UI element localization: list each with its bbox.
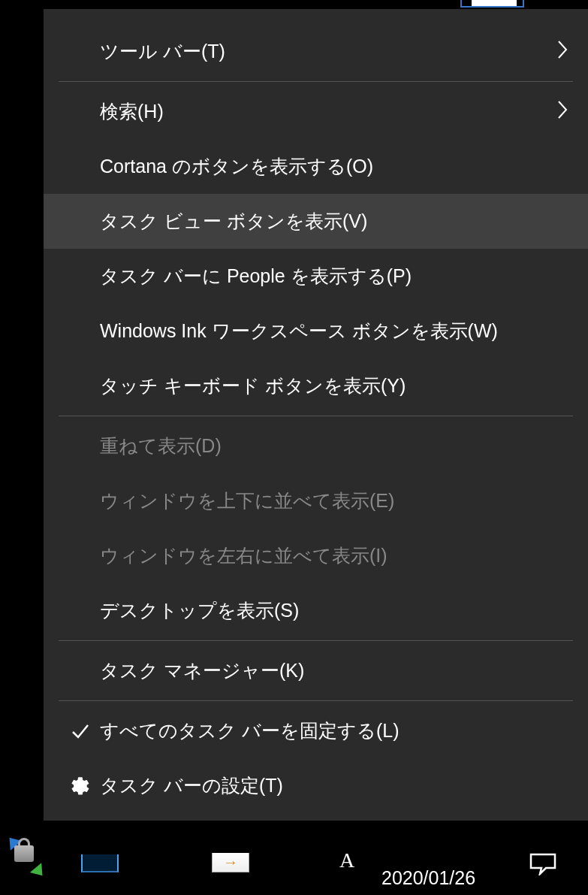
menu-label-people: タスク バーに People を表示する(P) — [100, 264, 569, 289]
taskbar-context-menu: ツール バー(T) 検索(H) Cortana のボタンを表示する(O) タスク… — [44, 9, 588, 821]
menu-item-settings[interactable]: タスク バーの設定(T) — [44, 758, 588, 813]
menu-label-sidebyside: ウィンドウを左右に並べて表示(I) — [100, 543, 569, 568]
menu-item-stacked: ウィンドウを上下に並べて表示(E) — [44, 473, 588, 528]
menu-label-taskmgr: タスク マネージャー(K) — [100, 658, 569, 683]
menu-label-lock: すべてのタスク バーを固定する(L) — [100, 718, 569, 743]
taskbar-app-font-icon[interactable]: A — [339, 848, 354, 872]
check-icon — [70, 721, 100, 742]
menu-item-ink[interactable]: Windows Ink ワークスペース ボタンを表示(W) — [44, 304, 588, 358]
taskbar-app-photoshop-icon[interactable] — [81, 854, 119, 872]
menu-item-taskview[interactable]: タスク ビュー ボタンを表示(V) — [44, 194, 588, 249]
menu-item-showdesktop[interactable]: デスクトップを表示(S) — [44, 583, 588, 638]
menu-label-search: 検索(H) — [100, 99, 556, 124]
menu-separator — [59, 700, 573, 701]
menu-separator — [59, 640, 573, 641]
menu-item-touchkb[interactable]: タッチ キーボード ボタンを表示(Y) — [44, 358, 588, 413]
menu-item-cortana[interactable]: Cortana のボタンを表示する(O) — [44, 139, 588, 194]
menu-item-taskmgr[interactable]: タスク マネージャー(K) — [44, 643, 588, 698]
menu-item-people[interactable]: タスク バーに People を表示する(P) — [44, 249, 588, 304]
taskbar-app-mail-icon[interactable]: → — [212, 853, 249, 872]
menu-label-ink: Windows Ink ワークスペース ボタンを表示(W) — [100, 319, 569, 343]
chevron-right-icon — [556, 38, 569, 65]
menu-item-cascade: 重ねて表示(D) — [44, 419, 588, 473]
menu-label-stacked: ウィンドウを上下に並べて表示(E) — [100, 488, 569, 513]
menu-label-touchkb: タッチ キーボード ボタンを表示(Y) — [100, 373, 569, 398]
menu-label-showdesktop: デスクトップを表示(S) — [100, 598, 569, 623]
menu-separator — [59, 81, 573, 82]
arrow-down-icon — [30, 863, 48, 881]
menu-item-lock[interactable]: すべてのタスク バーを固定する(L) — [44, 703, 588, 758]
window-thumbnail-fragment — [472, 0, 517, 6]
menu-label-toolbars: ツール バー(T) — [100, 39, 556, 64]
menu-label-cascade: 重ねて表示(D) — [100, 434, 569, 458]
menu-item-toolbars[interactable]: ツール バー(T) — [44, 24, 588, 79]
lock-body-icon — [14, 845, 34, 862]
taskbar[interactable]: → A 2020/01/26 — [0, 850, 588, 895]
menu-label-settings: タスク バーの設定(T) — [100, 773, 569, 798]
gear-icon — [70, 776, 100, 797]
tray-lock-sync-icon[interactable] — [4, 838, 45, 874]
menu-item-sidebyside: ウィンドウを左右に並べて表示(I) — [44, 528, 588, 583]
menu-label-cortana: Cortana のボタンを表示する(O) — [100, 154, 569, 179]
arrow-right-icon: → — [223, 854, 238, 871]
chevron-right-icon — [556, 98, 569, 125]
menu-separator — [59, 416, 573, 416]
menu-label-taskview: タスク ビュー ボタンを表示(V) — [100, 209, 569, 234]
notification-icon[interactable] — [528, 853, 558, 872]
menu-item-search[interactable]: 検索(H) — [44, 84, 588, 139]
taskbar-date[interactable]: 2020/01/26 — [381, 867, 475, 889]
